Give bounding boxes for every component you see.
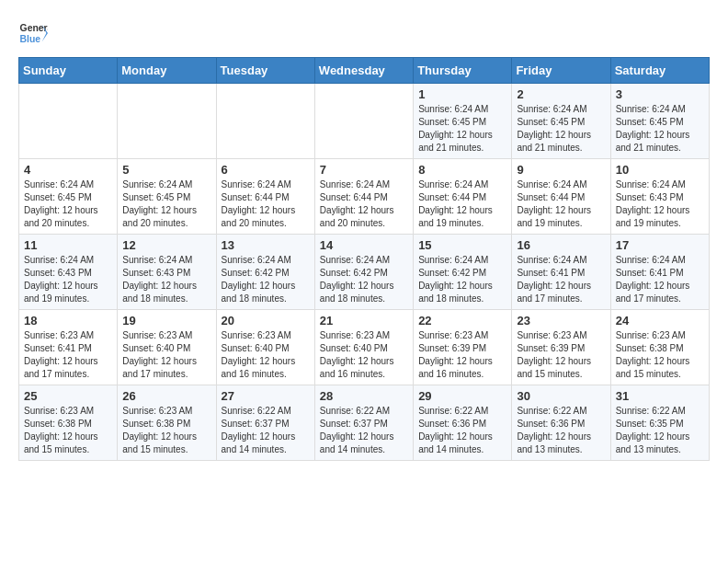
day-info: Sunrise: 6:24 AM Sunset: 6:45 PM Dayligh… [517, 103, 605, 155]
calendar-cell: 16Sunrise: 6:24 AM Sunset: 6:41 PM Dayli… [512, 235, 610, 310]
day-number: 29 [418, 389, 506, 403]
day-info: Sunrise: 6:23 AM Sunset: 6:38 PM Dayligh… [122, 405, 210, 456]
week-row-1: 4Sunrise: 6:24 AM Sunset: 6:45 PM Daylig… [19, 159, 710, 235]
day-number: 18 [24, 314, 112, 327]
day-number: 6 [222, 163, 310, 177]
day-info: Sunrise: 6:23 AM Sunset: 6:40 PM Dayligh… [122, 329, 210, 381]
day-number: 9 [517, 163, 605, 177]
calendar-cell: 28Sunrise: 6:22 AM Sunset: 6:37 PM Dayli… [314, 385, 413, 461]
day-number: 4 [24, 163, 112, 177]
day-number: 15 [418, 238, 506, 252]
calendar-cell: 2Sunrise: 6:24 AM Sunset: 6:45 PM Daylig… [512, 84, 610, 159]
day-number: 1 [418, 87, 506, 101]
svg-text:General: General [20, 23, 48, 33]
day-info: Sunrise: 6:24 AM Sunset: 6:45 PM Dayligh… [24, 178, 112, 230]
day-number: 16 [517, 238, 605, 252]
day-info: Sunrise: 6:22 AM Sunset: 6:36 PM Dayligh… [517, 405, 605, 456]
calendar-cell: 26Sunrise: 6:23 AM Sunset: 6:38 PM Dayli… [118, 385, 216, 461]
day-number: 30 [517, 389, 605, 403]
header-saturday: Saturday [610, 58, 709, 84]
week-row-4: 25Sunrise: 6:23 AM Sunset: 6:38 PM Dayli… [19, 385, 710, 461]
calendar-cell: 19Sunrise: 6:23 AM Sunset: 6:40 PM Dayli… [118, 310, 216, 385]
calendar-cell: 17Sunrise: 6:24 AM Sunset: 6:41 PM Dayli… [610, 235, 709, 310]
day-number: 12 [122, 238, 210, 252]
day-info: Sunrise: 6:22 AM Sunset: 6:37 PM Dayligh… [320, 405, 408, 456]
day-info: Sunrise: 6:24 AM Sunset: 6:44 PM Dayligh… [222, 178, 310, 230]
calendar-cell: 5Sunrise: 6:24 AM Sunset: 6:45 PM Daylig… [118, 159, 216, 235]
day-number: 31 [616, 389, 704, 403]
day-info: Sunrise: 6:24 AM Sunset: 6:44 PM Dayligh… [517, 178, 605, 230]
day-number: 25 [24, 389, 112, 403]
calendar-cell: 29Sunrise: 6:22 AM Sunset: 6:36 PM Dayli… [414, 385, 512, 461]
calendar-cell: 24Sunrise: 6:23 AM Sunset: 6:38 PM Dayli… [610, 310, 709, 385]
day-number: 13 [222, 238, 310, 252]
day-number: 11 [24, 238, 112, 252]
day-info: Sunrise: 6:22 AM Sunset: 6:36 PM Dayligh… [418, 405, 506, 456]
header-tuesday: Tuesday [216, 58, 314, 84]
day-info: Sunrise: 6:24 AM Sunset: 6:42 PM Dayligh… [222, 254, 310, 305]
calendar-cell: 14Sunrise: 6:24 AM Sunset: 6:42 PM Dayli… [314, 235, 413, 310]
week-row-3: 18Sunrise: 6:23 AM Sunset: 6:41 PM Dayli… [19, 310, 710, 385]
day-info: Sunrise: 6:24 AM Sunset: 6:41 PM Dayligh… [517, 254, 605, 305]
day-info: Sunrise: 6:24 AM Sunset: 6:44 PM Dayligh… [320, 178, 408, 230]
calendar-cell: 9Sunrise: 6:24 AM Sunset: 6:44 PM Daylig… [512, 159, 610, 235]
day-number: 26 [122, 389, 210, 403]
day-info: Sunrise: 6:23 AM Sunset: 6:39 PM Dayligh… [418, 329, 506, 381]
day-info: Sunrise: 6:24 AM Sunset: 6:43 PM Dayligh… [616, 178, 704, 230]
day-info: Sunrise: 6:24 AM Sunset: 6:45 PM Dayligh… [418, 103, 506, 155]
header-friday: Friday [512, 58, 610, 84]
calendar-cell: 18Sunrise: 6:23 AM Sunset: 6:41 PM Dayli… [19, 310, 118, 385]
day-number: 27 [222, 389, 310, 403]
calendar-cell: 3Sunrise: 6:24 AM Sunset: 6:45 PM Daylig… [610, 84, 709, 159]
calendar-cell [314, 84, 413, 159]
calendar-cell: 22Sunrise: 6:23 AM Sunset: 6:39 PM Dayli… [414, 310, 512, 385]
day-info: Sunrise: 6:24 AM Sunset: 6:42 PM Dayligh… [320, 254, 408, 305]
day-number: 7 [320, 163, 408, 177]
day-info: Sunrise: 6:24 AM Sunset: 6:43 PM Dayligh… [24, 254, 112, 305]
calendar-cell: 31Sunrise: 6:22 AM Sunset: 6:35 PM Dayli… [610, 385, 709, 461]
calendar-cell: 6Sunrise: 6:24 AM Sunset: 6:44 PM Daylig… [216, 159, 314, 235]
day-info: Sunrise: 6:24 AM Sunset: 6:43 PM Dayligh… [122, 254, 210, 305]
day-info: Sunrise: 6:23 AM Sunset: 6:40 PM Dayligh… [222, 329, 310, 381]
day-number: 24 [616, 314, 704, 327]
day-number: 17 [616, 238, 704, 252]
header-wednesday: Wednesday [314, 58, 413, 84]
day-info: Sunrise: 6:23 AM Sunset: 6:41 PM Dayligh… [24, 329, 112, 381]
day-info: Sunrise: 6:23 AM Sunset: 6:40 PM Dayligh… [320, 329, 408, 381]
day-number: 20 [222, 314, 310, 327]
week-row-2: 11Sunrise: 6:24 AM Sunset: 6:43 PM Dayli… [19, 235, 710, 310]
day-info: Sunrise: 6:24 AM Sunset: 6:44 PM Dayligh… [418, 178, 506, 230]
day-number: 8 [418, 163, 506, 177]
calendar-cell: 15Sunrise: 6:24 AM Sunset: 6:42 PM Dayli… [414, 235, 512, 310]
svg-text:Blue: Blue [20, 34, 41, 44]
calendar-cell [19, 84, 118, 159]
day-info: Sunrise: 6:23 AM Sunset: 6:38 PM Dayligh… [24, 405, 112, 456]
logo-icon: General Blue [18, 18, 48, 48]
day-number: 22 [418, 314, 506, 327]
day-number: 5 [122, 163, 210, 177]
day-info: Sunrise: 6:23 AM Sunset: 6:39 PM Dayligh… [517, 329, 605, 381]
day-number: 23 [517, 314, 605, 327]
calendar-table: SundayMondayTuesdayWednesdayThursdayFrid… [18, 57, 710, 461]
page-header: General Blue [18, 18, 710, 48]
calendar-cell: 20Sunrise: 6:23 AM Sunset: 6:40 PM Dayli… [216, 310, 314, 385]
calendar-cell: 30Sunrise: 6:22 AM Sunset: 6:36 PM Dayli… [512, 385, 610, 461]
week-row-0: 1Sunrise: 6:24 AM Sunset: 6:45 PM Daylig… [19, 84, 710, 159]
day-info: Sunrise: 6:23 AM Sunset: 6:38 PM Dayligh… [616, 329, 704, 381]
calendar-cell [118, 84, 216, 159]
day-number: 28 [320, 389, 408, 403]
calendar-cell: 4Sunrise: 6:24 AM Sunset: 6:45 PM Daylig… [19, 159, 118, 235]
calendar-cell: 23Sunrise: 6:23 AM Sunset: 6:39 PM Dayli… [512, 310, 610, 385]
calendar-cell: 21Sunrise: 6:23 AM Sunset: 6:40 PM Dayli… [314, 310, 413, 385]
day-number: 10 [616, 163, 704, 177]
day-info: Sunrise: 6:24 AM Sunset: 6:45 PM Dayligh… [122, 178, 210, 230]
calendar-cell: 12Sunrise: 6:24 AM Sunset: 6:43 PM Dayli… [118, 235, 216, 310]
day-info: Sunrise: 6:22 AM Sunset: 6:37 PM Dayligh… [222, 405, 310, 456]
day-info: Sunrise: 6:22 AM Sunset: 6:35 PM Dayligh… [616, 405, 704, 456]
calendar-cell: 10Sunrise: 6:24 AM Sunset: 6:43 PM Dayli… [610, 159, 709, 235]
calendar-cell: 8Sunrise: 6:24 AM Sunset: 6:44 PM Daylig… [414, 159, 512, 235]
calendar-cell [216, 84, 314, 159]
calendar-header-row: SundayMondayTuesdayWednesdayThursdayFrid… [19, 58, 710, 84]
day-number: 14 [320, 238, 408, 252]
day-number: 3 [616, 87, 704, 101]
